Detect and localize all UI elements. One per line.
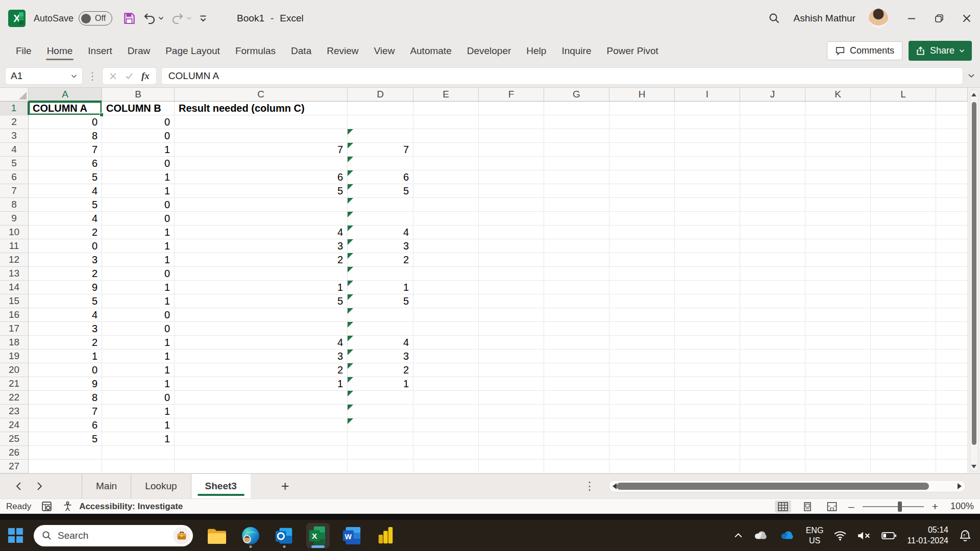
cell[interactable]: 5 [29,198,102,212]
cell[interactable] [805,115,871,129]
cell[interactable] [740,391,805,405]
cell[interactable] [871,336,936,349]
cell[interactable]: 4 [29,308,102,322]
cell[interactable] [544,129,609,143]
start-button[interactable] [8,528,23,543]
cell[interactable] [479,349,544,363]
tray-expand-icon[interactable] [734,533,743,538]
ribbon-tab-file[interactable]: File [8,40,39,62]
cell[interactable]: 4 [29,184,102,198]
share-button[interactable]: Share [909,41,972,61]
cell[interactable] [609,115,675,129]
cell[interactable] [936,336,968,349]
cell[interactable] [175,115,348,129]
cell[interactable] [348,432,413,446]
horizontal-scrollbar-thumb[interactable] [617,483,929,490]
insert-function-icon[interactable]: fx [141,70,150,82]
cell[interactable] [544,391,609,405]
cell[interactable] [29,446,102,460]
cell[interactable]: 0 [29,115,102,129]
ribbon-tab-developer[interactable]: Developer [459,40,519,62]
cell[interactable] [805,308,871,322]
ribbon-tab-power-pivot[interactable]: Power Pivot [599,40,666,62]
cell[interactable] [805,460,871,473]
row-header-14[interactable]: 14 [0,281,29,294]
cell[interactable] [936,446,968,460]
cell[interactable] [544,418,609,432]
chevron-down-icon[interactable] [71,74,77,79]
taskbar-power-bi[interactable] [374,523,397,548]
ribbon-tab-draw[interactable]: Draw [120,40,158,62]
row-header-24[interactable]: 24 [0,418,29,432]
cell[interactable] [936,432,968,446]
ribbon-tab-view[interactable]: View [366,40,403,62]
onedrive-icon[interactable] [779,530,796,541]
cell[interactable]: 5 [348,294,413,308]
column-header-I[interactable]: I [675,88,740,102]
cell[interactable] [413,267,479,281]
zoom-slider[interactable] [863,506,924,507]
cell[interactable]: 3 [175,239,348,253]
cell[interactable]: 1 [175,281,348,294]
cell[interactable] [805,102,871,115]
cell[interactable] [544,253,609,267]
cell[interactable] [609,432,675,446]
column-header-F[interactable]: F [479,88,544,102]
cell[interactable] [544,212,609,226]
cell[interactable] [479,143,544,157]
cell[interactable] [609,102,675,115]
cell[interactable] [348,267,413,281]
cell[interactable] [413,129,479,143]
cell[interactable] [805,184,871,198]
notifications-sleep-icon[interactable]: zz [959,529,972,542]
cell[interactable]: 1 [102,281,175,294]
cell[interactable] [348,102,413,115]
cell[interactable] [740,405,805,418]
cell[interactable]: 0 [102,129,175,143]
row-header-16[interactable]: 16 [0,308,29,322]
cell[interactable]: 1 [175,377,348,391]
cell[interactable] [413,184,479,198]
cell[interactable] [871,253,936,267]
cell[interactable] [675,377,740,391]
cell[interactable] [609,143,675,157]
cell[interactable] [675,212,740,226]
cell[interactable] [413,198,479,212]
cell[interactable] [675,198,740,212]
cell[interactable] [609,239,675,253]
cell[interactable] [936,308,968,322]
cell[interactable] [675,308,740,322]
add-sheet-button[interactable]: + [281,474,289,498]
cell[interactable] [413,239,479,253]
cell[interactable] [871,102,936,115]
cell[interactable] [479,281,544,294]
cell[interactable] [805,226,871,239]
cell[interactable] [413,115,479,129]
cell[interactable] [936,198,968,212]
cell[interactable] [479,460,544,473]
cell[interactable] [479,184,544,198]
cell[interactable]: Result needed (column C) [175,102,348,115]
fill-handle[interactable] [100,113,104,117]
cell[interactable]: 1 [102,377,175,391]
cell[interactable] [740,418,805,432]
cell[interactable] [675,349,740,363]
cell[interactable] [805,157,871,170]
cell[interactable]: 5 [29,170,102,184]
battery-icon[interactable] [881,532,897,540]
cell[interactable] [936,322,968,336]
cell[interactable] [348,198,413,212]
cell[interactable] [479,308,544,322]
cell[interactable] [740,281,805,294]
cell[interactable] [609,129,675,143]
cell[interactable] [544,184,609,198]
cell[interactable] [805,267,871,281]
ribbon-tab-help[interactable]: Help [519,40,554,62]
cell[interactable] [675,322,740,336]
cancel-icon[interactable] [109,72,117,80]
sheet-options-icon[interactable]: ⋮ [584,474,595,498]
cell[interactable] [609,184,675,198]
cell[interactable]: 1 [102,143,175,157]
cell[interactable] [871,198,936,212]
ribbon-tab-automate[interactable]: Automate [402,40,459,62]
